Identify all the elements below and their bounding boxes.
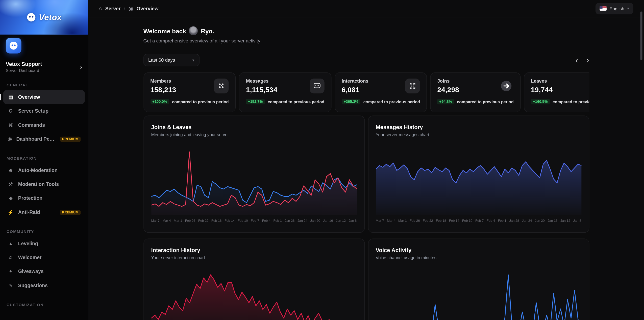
x-axis-label: Mar 1 bbox=[174, 219, 182, 223]
sidebar-item-label: Anti-Raid bbox=[18, 209, 40, 215]
nav-section-label: GENERAL bbox=[7, 83, 88, 87]
server-banner: Vetox bbox=[0, 0, 88, 35]
sidebar-item-label: Overview bbox=[18, 94, 40, 100]
sidebar-item-auto-moderation[interactable]: ☻Auto-Moderation bbox=[3, 163, 85, 177]
x-axis-label: Mar 7 bbox=[151, 219, 159, 223]
stat-value: 6,081 bbox=[342, 86, 368, 94]
main-area: ⌂ Server / ◎ Overview English ▾ Welcome … bbox=[88, 0, 644, 320]
interactions-icon bbox=[405, 79, 420, 93]
carousel-prev-button[interactable]: ‹ bbox=[575, 56, 578, 64]
stat-label: Messages bbox=[246, 79, 278, 84]
stat-label: Joins bbox=[437, 79, 459, 84]
sidebar-item-giveaways[interactable]: ✦Giveaways bbox=[3, 264, 85, 278]
stats-carousel-controls: ‹ › bbox=[575, 56, 589, 64]
chart-card-messages: Messages History Your server messages ch… bbox=[368, 116, 589, 233]
x-axis-label: Jan 8 bbox=[349, 219, 357, 223]
x-axis-label: Jan 12 bbox=[560, 219, 570, 223]
date-range-select[interactable]: Last 60 days ▾ bbox=[143, 54, 199, 66]
ghost-logo-icon bbox=[26, 12, 36, 22]
server-name: Vetox Support bbox=[6, 61, 42, 67]
anti-raid-icon: ⚡ bbox=[7, 209, 14, 215]
chart-card-voice: Voice Activity Voice channel usage in mi… bbox=[368, 238, 589, 320]
page-title: Welcome back Ryo. bbox=[143, 26, 589, 35]
nav-section-label: CUSTOMIZATION bbox=[7, 302, 88, 307]
user-avatar bbox=[189, 26, 198, 35]
chart-card-joins-leaves: Joins & Leaves Members joining and leavi… bbox=[143, 116, 364, 233]
sidebar-item-welcomer[interactable]: ☺Welcomer bbox=[3, 251, 85, 264]
server-avatar[interactable] bbox=[6, 38, 21, 54]
sidebar-item-server-setup[interactable]: ⚙Server Setup bbox=[3, 104, 85, 118]
stat-note: compared to previous period bbox=[553, 99, 589, 104]
stat-label: Members bbox=[150, 79, 176, 84]
x-axis-label: Mar 1 bbox=[398, 219, 407, 223]
chevron-right-icon[interactable]: › bbox=[80, 63, 82, 70]
x-axis-labels: Mar 7Mar 4Mar 1Feb 26Feb 22Feb 18Feb 14F… bbox=[151, 219, 357, 223]
breadcrumb-server[interactable]: Server bbox=[105, 6, 121, 11]
server-switcher[interactable]: Vetox Support Server Dashboard › bbox=[0, 54, 88, 73]
ghost-app-icon bbox=[9, 41, 18, 51]
x-axis-label: Jan 28 bbox=[285, 219, 294, 223]
breadcrumb-overview[interactable]: Overview bbox=[137, 6, 159, 11]
sidebar-nav: GENERAL▦Overview⚙Server Setup⌘Commands◉D… bbox=[0, 83, 88, 307]
stat-note: compared to previous period bbox=[457, 99, 513, 104]
stat-card-leaves: Leaves19,744+160.5%compared to previous … bbox=[524, 72, 589, 112]
app-root: Vetox Vetox Support Server Dashboard › G… bbox=[0, 0, 644, 320]
stat-note: compared to previous period bbox=[363, 99, 420, 104]
chart-card-interactions: Interaction History Your server interact… bbox=[143, 238, 364, 320]
x-axis-label: Jan 16 bbox=[548, 219, 557, 223]
sidebar-item-overview[interactable]: ▦Overview bbox=[3, 90, 85, 104]
nav-section-label: COMMUNITY bbox=[7, 229, 88, 234]
chart-title: Messages History bbox=[376, 124, 581, 130]
page-subtitle: Get a comprehensive overview of all your… bbox=[143, 38, 589, 43]
x-axis-label: Feb 10 bbox=[238, 219, 248, 223]
sidebar-item-dashboard-permissions[interactable]: ◉Dashboard Permissio...PREMIUM bbox=[3, 132, 85, 146]
delta-badge: +152.7% bbox=[246, 99, 265, 105]
stat-value: 158,213 bbox=[150, 86, 176, 94]
server-name-block: Vetox Support Server Dashboard bbox=[6, 61, 42, 73]
welcomer-icon: ☺ bbox=[7, 255, 14, 260]
sidebar-item-leveling[interactable]: ▲Leveling bbox=[3, 236, 85, 250]
sidebar-item-label: Welcomer bbox=[18, 255, 42, 260]
language-selector[interactable]: English ▾ bbox=[596, 3, 633, 14]
x-axis-label: Feb 7 bbox=[475, 219, 484, 223]
scrollbar[interactable] bbox=[640, 12, 642, 60]
messages-history-chart bbox=[376, 150, 581, 215]
delta-badge: +100.0% bbox=[150, 99, 169, 105]
stat-label: Leaves bbox=[531, 79, 553, 84]
stat-card-messages: Messages1,115,534+152.7%compared to prev… bbox=[239, 72, 331, 112]
sidebar-item-protection[interactable]: ◆Protection bbox=[3, 191, 85, 205]
x-axis-label: Feb 26 bbox=[185, 219, 195, 223]
members-icon bbox=[214, 79, 229, 93]
sidebar-item-suggestions[interactable]: ✎Suggestions bbox=[3, 278, 85, 292]
stat-note: compared to previous period bbox=[268, 99, 324, 104]
x-axis-label: Mar 4 bbox=[162, 219, 171, 223]
sidebar-item-label: Leveling bbox=[18, 241, 38, 247]
brand-logo: Vetox bbox=[0, 0, 88, 35]
x-axis-label: Feb 1 bbox=[274, 219, 282, 223]
x-axis-label: Feb 14 bbox=[449, 219, 459, 223]
sidebar-item-anti-raid[interactable]: ⚡Anti-RaidPREMIUM bbox=[3, 205, 85, 219]
giveaways-icon: ✦ bbox=[7, 268, 14, 274]
x-axis-label: Feb 10 bbox=[462, 219, 473, 223]
breadcrumb: ⌂ Server / ◎ Overview bbox=[99, 5, 159, 11]
carousel-next-button[interactable]: › bbox=[586, 56, 589, 64]
chart-subtitle: Members joining and leaving your server bbox=[151, 132, 357, 137]
x-axis-label: Feb 4 bbox=[487, 219, 495, 223]
sidebar-item-label: Server Setup bbox=[18, 108, 49, 114]
sidebar-item-moderation-tools[interactable]: ⚒Moderation Tools bbox=[3, 177, 85, 191]
chevron-down-icon: ▾ bbox=[192, 58, 194, 62]
chevron-down-icon: ▾ bbox=[627, 6, 629, 11]
charts-grid: Joins & Leaves Members joining and leavi… bbox=[143, 116, 589, 320]
range-row: Last 60 days ▾ ‹ › bbox=[143, 54, 589, 66]
x-axis-label: Feb 26 bbox=[410, 219, 420, 223]
content: Welcome back Ryo. Get a comprehensive ov… bbox=[143, 17, 589, 320]
x-axis-label: Feb 18 bbox=[211, 219, 222, 223]
sidebar-item-commands[interactable]: ⌘Commands bbox=[3, 118, 85, 132]
sidebar-item-label: Suggestions bbox=[18, 283, 48, 288]
server-subtitle: Server Dashboard bbox=[6, 68, 42, 73]
leveling-icon: ▲ bbox=[7, 241, 14, 247]
messages-icon bbox=[310, 79, 325, 93]
delta-badge: +94.8% bbox=[437, 99, 454, 105]
x-axis-label: Jan 24 bbox=[298, 219, 307, 223]
stat-note: compared to previous period bbox=[172, 99, 229, 104]
